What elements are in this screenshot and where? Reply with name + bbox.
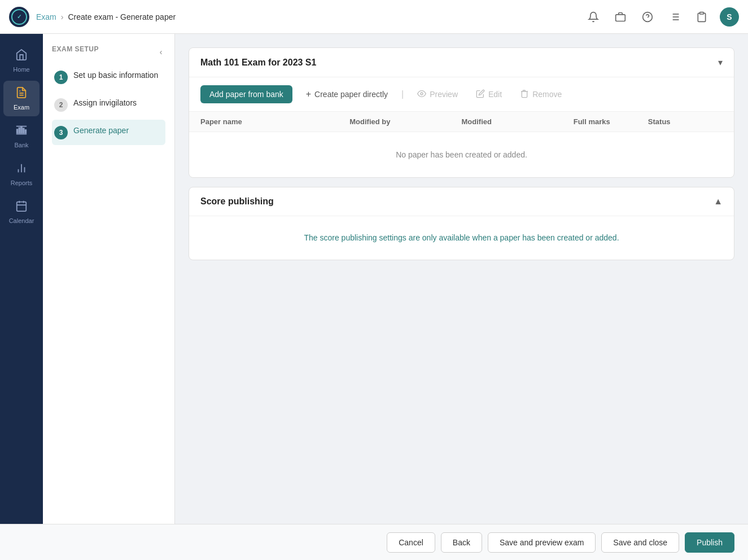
step-item-1[interactable]: 1 Set up basic information — [52, 64, 165, 90]
home-icon — [15, 49, 28, 64]
sidebar-item-exam[interactable]: Exam — [3, 81, 40, 116]
create-paper-label: Create paper directly — [314, 90, 388, 99]
score-card-toggle-icon: ▲ — [714, 196, 723, 207]
col-full-marks: Full marks — [574, 117, 648, 126]
cancel-button[interactable]: Cancel — [387, 532, 435, 553]
step-number-1: 1 — [54, 71, 68, 84]
paper-table: Paper name Modified by Modified Full mar… — [189, 112, 734, 177]
add-paper-bank-button[interactable]: Add paper from bank — [200, 85, 292, 103]
svg-rect-14 — [21, 127, 22, 133]
help-icon[interactable] — [638, 8, 657, 26]
preview-button[interactable]: Preview — [413, 86, 462, 103]
sidebar-item-home[interactable]: Home — [3, 43, 40, 78]
step-number-2: 2 — [54, 98, 68, 112]
score-card-title: Score publishing — [200, 196, 274, 207]
remove-button[interactable]: Remove — [515, 86, 566, 103]
list-icon[interactable] — [666, 8, 684, 26]
exam-setup-title: Exam setup — [52, 45, 165, 53]
step-label-1: Set up basic information — [73, 70, 158, 81]
svg-rect-15 — [23, 128, 24, 133]
paper-card-toggle-icon: ▾ — [718, 57, 723, 68]
header-icons: S — [584, 7, 739, 27]
sidebar-exam-label: Exam — [14, 104, 29, 111]
breadcrumb-separator: › — [61, 12, 64, 21]
exam-icon — [15, 86, 28, 102]
paper-card-header[interactable]: Math 101 Exam for 2023 S1 ▾ — [189, 48, 734, 77]
breadcrumb-link[interactable]: Exam — [36, 12, 56, 21]
body-layout: Home Exam Bank Reports Calendar — [0, 34, 748, 524]
svg-rect-13 — [19, 128, 20, 133]
plus-icon: + — [306, 89, 311, 99]
steps-panel: Exam setup ‹ 1 Set up basic information … — [43, 34, 175, 524]
sidebar: Home Exam Bank Reports Calendar — [0, 34, 43, 524]
score-publishing-card: Score publishing ▲ The score publishing … — [189, 187, 734, 260]
svg-rect-0 — [616, 14, 625, 21]
edit-icon — [476, 89, 485, 100]
sidebar-home-label: Home — [13, 66, 29, 73]
step-label-3: Generate paper — [73, 125, 129, 137]
sidebar-bank-label: Bank — [14, 142, 28, 148]
score-message: The score publishing settings are only a… — [200, 232, 723, 244]
sidebar-calendar-label: Calendar — [9, 217, 34, 224]
preview-label: Preview — [430, 90, 458, 99]
logo-inner: ✓ — [11, 9, 27, 25]
step-item-3[interactable]: 3 Generate paper — [52, 120, 165, 145]
reports-icon — [15, 162, 28, 177]
briefcase-icon[interactable] — [611, 8, 629, 26]
bell-icon[interactable] — [584, 8, 602, 26]
trash-icon — [520, 89, 529, 100]
sidebar-item-bank[interactable]: Bank — [3, 119, 40, 154]
sidebar-item-calendar[interactable]: Calendar — [3, 194, 40, 230]
panel-layout: Exam setup ‹ 1 Set up basic information … — [43, 34, 748, 524]
eye-icon — [417, 89, 426, 100]
paper-card-title: Math 101 Exam for 2023 S1 — [200, 58, 316, 68]
footer: Cancel Back Save and preview exam Save a… — [0, 524, 748, 560]
col-status: Status — [648, 117, 723, 126]
clipboard-icon[interactable] — [693, 8, 711, 26]
breadcrumb: Exam › Create exam - Generate paper — [36, 12, 176, 21]
col-paper-name: Paper name — [200, 117, 349, 126]
sidebar-reports-label: Reports — [11, 180, 33, 186]
svg-rect-22 — [17, 202, 27, 212]
svg-rect-9 — [700, 12, 704, 14]
top-header: ✓ Exam › Create exam - Generate paper S — [0, 0, 748, 34]
col-modified-by: Modified by — [349, 117, 461, 126]
create-paper-button[interactable]: + Create paper directly — [301, 86, 392, 103]
avatar[interactable]: S — [720, 7, 739, 27]
save-close-button[interactable]: Save and close — [601, 532, 679, 553]
col-modified: Modified — [461, 117, 573, 126]
back-button[interactable]: Back — [441, 532, 482, 553]
svg-point-26 — [421, 93, 423, 95]
paper-section-card: Math 101 Exam for 2023 S1 ▾ Add paper fr… — [189, 47, 734, 178]
app-logo[interactable]: ✓ — [9, 7, 29, 27]
main-content: Math 101 Exam for 2023 S1 ▾ Add paper fr… — [175, 34, 748, 524]
calendar-icon — [15, 200, 28, 215]
save-preview-button[interactable]: Save and preview exam — [488, 532, 596, 553]
sidebar-item-reports[interactable]: Reports — [3, 156, 40, 192]
svg-rect-16 — [25, 130, 26, 133]
table-header-row: Paper name Modified by Modified Full mar… — [189, 112, 734, 132]
step-item-2[interactable]: 2 Assign invigilators — [52, 92, 165, 117]
collapse-button[interactable]: ‹ — [154, 45, 168, 59]
edit-label: Edit — [488, 90, 502, 99]
remove-label: Remove — [532, 90, 562, 99]
publish-button[interactable]: Publish — [685, 532, 734, 553]
breadcrumb-current: Create exam - Generate paper — [68, 12, 176, 21]
edit-button[interactable]: Edit — [471, 86, 506, 103]
svg-rect-12 — [17, 129, 18, 133]
score-card-body: The score publishing settings are only a… — [189, 216, 734, 260]
bank-icon — [15, 124, 28, 139]
score-card-header[interactable]: Score publishing ▲ — [189, 187, 734, 216]
paper-actions-bar: Add paper from bank + Create paper direc… — [189, 77, 734, 112]
step-label-2: Assign invigilators — [73, 98, 137, 109]
step-number-3: 3 — [54, 126, 68, 139]
table-empty-message: No paper has been created or added. — [189, 132, 734, 177]
